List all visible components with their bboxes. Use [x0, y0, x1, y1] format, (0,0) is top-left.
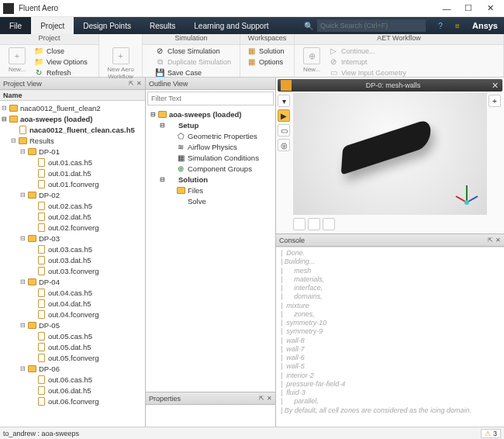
tree-node[interactable]: ⊟DP-03	[0, 233, 145, 244]
tree-node[interactable]: ⊟DP-04	[0, 276, 145, 287]
filter-input[interactable]	[147, 92, 274, 105]
tool-cursor-icon[interactable]: ▾	[278, 95, 290, 107]
viewport-3d-scene[interactable]	[293, 93, 487, 215]
tree-node[interactable]: naca0012_fluent_clean.cas.h5	[0, 124, 145, 135]
tree-node[interactable]: out.01.dat.h5	[0, 168, 145, 178]
search-icon: 🔍	[302, 19, 316, 33]
status-path: to_andrew : aoa-sweeps	[3, 430, 79, 437]
viewport-close-icon[interactable]: ✕	[492, 81, 499, 91]
geometry-icon: ▭	[329, 68, 338, 77]
continue-button[interactable]: ▷Continue...	[329, 46, 406, 56]
tree-node[interactable]: ⊟DP-02	[0, 189, 145, 200]
save-case-button[interactable]: 💾Save Case	[155, 67, 231, 78]
close-button[interactable]: ✕	[479, 1, 501, 16]
menu-tab-results[interactable]: Results	[140, 17, 185, 34]
console-header[interactable]: Console ⇱ ✕	[276, 234, 504, 247]
tool-play-icon[interactable]: ▶	[278, 109, 290, 122]
menu-file[interactable]: File	[0, 17, 31, 34]
solution-button[interactable]: ▦Solution	[247, 46, 285, 56]
view-input-geom-button[interactable]: ▭View Input Geometry	[329, 67, 406, 78]
new-aero-workflow-button[interactable]: + New Aero Workflow	[102, 46, 139, 81]
tree-node[interactable]: out.04.fconverg	[0, 309, 145, 320]
new-aet-button[interactable]: ⊕ New...	[298, 46, 326, 74]
tree-node[interactable]: out.05.fconverg	[0, 352, 145, 363]
tree-node[interactable]: out.05.dat.h5	[0, 341, 145, 352]
outline-node[interactable]: ⬠Geometric Properties	[147, 130, 274, 141]
outline-node[interactable]: ▦Simulation Conditions	[147, 152, 274, 163]
viewport-panel: DP-0: mesh-walls ✕ ▾ ▶ ▭ ◎ +	[276, 78, 504, 234]
outline-node[interactable]: Solve	[147, 195, 274, 206]
tree-node[interactable]: ⊟Results	[0, 135, 145, 146]
outline-node[interactable]: Files	[147, 185, 274, 195]
properties-header[interactable]: Properties ⇱ ✕	[146, 392, 275, 405]
settings-icon[interactable]: ≡	[450, 19, 464, 33]
close-simulation-button[interactable]: ⊘Close Simulation	[155, 46, 231, 56]
help-icon[interactable]: ?	[433, 19, 447, 33]
options-button[interactable]: ▦Options	[247, 57, 285, 67]
brand-label: Ansys	[472, 21, 498, 30]
right-column: DP-0: mesh-walls ✕ ▾ ▶ ▭ ◎ +	[276, 78, 504, 427]
titlebar: Fluent Aero — ☐ ✕	[0, 0, 504, 17]
mesh-geometry[interactable]	[341, 118, 432, 175]
viewport-titlebar[interactable]: DP-0: mesh-walls ✕	[278, 79, 502, 92]
tree-node[interactable]: out.03.fconverg	[0, 265, 145, 276]
refresh-icon: ↻	[34, 68, 43, 77]
tool-box-icon[interactable]: ▭	[278, 124, 290, 137]
maximize-button[interactable]: ☐	[457, 1, 479, 16]
solution-icon: ▦	[247, 47, 256, 55]
tree-node[interactable]: out.06.fconverg	[0, 396, 145, 406]
console-output[interactable]: | Done.| Building...| mesh| materials,| …	[276, 247, 504, 427]
menu-tab-designpoints[interactable]: Design Points	[74, 17, 140, 34]
tree-node[interactable]: ⊟DP-01	[0, 146, 145, 157]
outline-header[interactable]: Outline View	[146, 78, 275, 90]
name-column-header[interactable]: Name	[0, 90, 145, 101]
tree-node[interactable]: out.03.dat.h5	[0, 254, 145, 265]
axis-triad-icon[interactable]	[453, 181, 481, 209]
tree-node[interactable]: ⊟aoa-sweeps (loaded)	[0, 113, 145, 124]
tree-node[interactable]: out.06.dat.h5	[0, 385, 145, 396]
menu-tab-project[interactable]: Project	[31, 17, 74, 34]
minimize-button[interactable]: —	[436, 1, 457, 16]
tool-target-icon[interactable]: ◎	[278, 139, 290, 151]
tree-node[interactable]: out.03.cas.h5	[0, 244, 145, 254]
tree-node[interactable]: ⊟DP-05	[0, 320, 145, 330]
tree-node[interactable]: ⊟naca0012_fluent_clean2	[0, 102, 145, 113]
outline-node[interactable]: ⊟aoa-sweeps (loaded)	[147, 109, 274, 119]
new-project-button[interactable]: + New...	[3, 46, 31, 74]
tree-node[interactable]: out.01.cas.h5	[0, 157, 145, 168]
tree-node[interactable]: out.05.cas.h5	[0, 330, 145, 341]
tree-node[interactable]: out.01.fconverg	[0, 178, 145, 189]
outline-node[interactable]: ⊕Component Groups	[147, 163, 274, 174]
view-tool-1[interactable]	[293, 218, 306, 230]
outline-node[interactable]: ⊟Setup	[147, 119, 274, 130]
view-tool-2[interactable]	[308, 218, 320, 230]
pin-icon[interactable]: ⇱	[488, 237, 493, 244]
tree-node[interactable]: out.06.cas.h5	[0, 374, 145, 385]
outline-tree[interactable]: ⊟aoa-sweeps (loaded)⊟Setup⬠Geometric Pro…	[146, 107, 275, 392]
close-sim-icon: ⊘	[155, 47, 164, 55]
refresh-button[interactable]: ↻Refresh	[34, 67, 88, 78]
outline-panel: Outline View ⊟aoa-sweeps (loaded)⊟Setup⬠…	[146, 78, 276, 427]
tree-node[interactable]: out.04.cas.h5	[0, 287, 145, 298]
tree-node[interactable]: ⊟DP-06	[0, 363, 145, 374]
panel-close-icon[interactable]: ✕	[267, 395, 272, 402]
pin-icon[interactable]: ⇱	[259, 395, 264, 402]
tree-node[interactable]: out.04.dat.h5	[0, 298, 145, 309]
panel-close-icon[interactable]: ✕	[495, 237, 501, 244]
tree-node[interactable]: out.02.cas.h5	[0, 200, 145, 211]
quick-search-input[interactable]	[317, 19, 426, 32]
interrupt-button[interactable]: ⊘Interrupt	[329, 57, 406, 67]
menu-tab-learning[interactable]: Learning and Support	[185, 17, 278, 34]
tree-node[interactable]: out.02.fconverg	[0, 222, 145, 233]
close-project-button[interactable]: 📁Close	[34, 46, 88, 56]
view-tool-3[interactable]	[323, 218, 335, 230]
outline-node[interactable]: ≋Airflow Physics	[147, 141, 274, 152]
duplicate-simulation-button[interactable]: ⧉Duplicate Simulation	[155, 57, 231, 67]
menubar: File Project Design Points Results Learn…	[0, 17, 504, 34]
status-warning-badge[interactable]: ⚠ 3	[481, 429, 501, 438]
view-options-button[interactable]: 📁View Options	[34, 57, 88, 67]
outline-node[interactable]: ⊟Solution	[147, 174, 274, 185]
viewport-add-button[interactable]: +	[488, 95, 501, 107]
project-tree[interactable]: ⊟naca0012_fluent_clean2⊟aoa-sweeps (load…	[0, 101, 145, 425]
tree-node[interactable]: out.02.dat.h5	[0, 211, 145, 222]
